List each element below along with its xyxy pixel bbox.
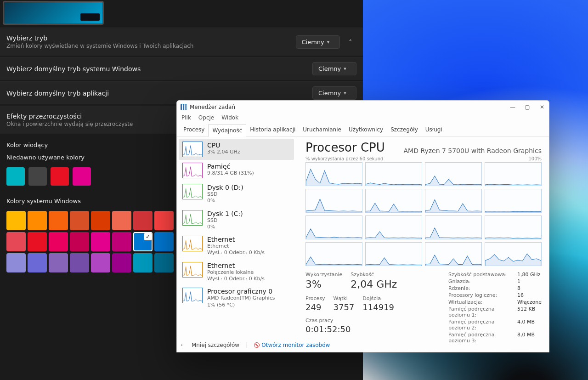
windows-mode-dropdown[interactable]: Ciemny ▾ [312, 62, 356, 75]
color-swatch[interactable] [28, 253, 47, 272]
color-swatch[interactable] [91, 232, 110, 251]
titlebar[interactable]: Menedżer zadań — ▢ ✕ [177, 101, 549, 113]
color-swatch[interactable] [49, 232, 68, 251]
axis-label-left: % wykorzystania przez 60 sekund [305, 156, 383, 161]
color-mode-dropdown[interactable]: Ciemny ▾ [296, 35, 340, 49]
sidebar-item-sub: SSD 0% [207, 191, 243, 204]
perf-sidebar-item[interactable]: EthernetPołączenie lokalne Wysł.: 0 Odeb… [179, 259, 294, 285]
color-swatch[interactable] [70, 232, 89, 251]
mini-chart [182, 163, 203, 178]
performance-sidebar: CPU3% 2,04 GHzPamięć9,8/31,4 GB (31%)Dys… [177, 137, 296, 338]
mini-chart [182, 210, 203, 226]
mini-chart [182, 184, 203, 199]
perf-sidebar-item[interactable]: CPU3% 2,04 GHz [179, 139, 294, 160]
spec-value: 1 [517, 278, 542, 284]
page-title: Procesor CPU [305, 141, 385, 154]
task-manager-footer: ˅ Mniej szczegółów | Otwórz monitor zaso… [177, 338, 549, 352]
perf-sidebar-item[interactable]: Procesor graficzny 0AMD Radeon(TM) Graph… [179, 285, 294, 311]
color-swatch[interactable] [49, 253, 68, 272]
menu-item[interactable]: Opcje [198, 114, 214, 121]
mini-chart [182, 236, 203, 251]
perf-sidebar-item[interactable]: Pamięć9,8/31,4 GB (31%) [179, 160, 294, 181]
menu-bar: PlikOpcjeWidok [177, 113, 549, 124]
cpu-core-chart [365, 216, 422, 239]
sidebar-item-sub: Połączenie lokalne Wysł.: 0 Odebr.: 0 Kb… [207, 269, 265, 283]
cpu-model: AMD Ryzen 7 5700U with Radeon Graphics [404, 147, 542, 154]
color-swatch[interactable] [154, 211, 174, 230]
tab[interactable]: Procesy [180, 124, 208, 136]
cpu-core-chart [305, 216, 362, 239]
cpu-core-chart [485, 189, 542, 213]
cpu-core-chart [365, 162, 422, 186]
color-swatch[interactable] [154, 253, 174, 272]
spec-key: Wirtualizacja: [448, 299, 517, 305]
color-swatch[interactable] [6, 253, 26, 272]
tab[interactable]: Uruchamianie [299, 124, 345, 136]
spec-key: Pamięć podręczna poziomu 1: [448, 306, 517, 318]
color-swatch[interactable] [112, 232, 131, 251]
cpu-core-chart [305, 162, 362, 186]
color-swatch[interactable] [70, 211, 89, 230]
color-swatch[interactable] [133, 232, 153, 251]
windows-mode-value: Ciemny [318, 65, 341, 72]
color-swatch[interactable] [154, 232, 174, 251]
recent-color-swatch[interactable] [51, 167, 69, 186]
color-swatch[interactable] [91, 211, 110, 230]
window-title: Menedżer zadań [190, 104, 235, 110]
color-swatch[interactable] [49, 211, 68, 230]
perf-sidebar-item[interactable]: Dysk 0 (D:)SSD 0% [179, 181, 294, 207]
color-swatch[interactable] [133, 211, 153, 230]
stat-processes-value: 249 [305, 302, 325, 312]
axis-label-right: 100% [528, 156, 542, 161]
task-manager-window: Menedżer zadań — ▢ ✕ PlikOpcjeWidok Proc… [176, 100, 549, 352]
recent-color-swatch[interactable] [73, 167, 91, 186]
color-swatch[interactable] [112, 211, 131, 230]
fewer-details-button[interactable]: Mniej szczegółów [192, 342, 239, 348]
stat-processes-label: Procesy [305, 295, 325, 301]
stat-util-label: Wykorzystanie [305, 272, 342, 278]
expand-row-button[interactable]: ˄ [345, 36, 357, 48]
tab[interactable]: Szczegóły [387, 124, 422, 136]
stat-handles-label: Dojścia [362, 295, 394, 301]
sidebar-item-title: Ethernet [207, 262, 265, 269]
tab[interactable]: Historia aplikacji [246, 124, 299, 136]
stat-threads-value: 3757 [334, 302, 355, 312]
theme-preview-thumb[interactable] [3, 1, 104, 25]
menu-item[interactable]: Plik [181, 114, 191, 121]
perf-sidebar-item[interactable]: EthernetEthernet Wysł.: 0 Odebr.: 0 Kb/s [179, 233, 294, 259]
prohibit-icon [254, 342, 260, 348]
stat-speed-label: Szybkość [351, 272, 397, 278]
open-resource-monitor-link[interactable]: Otwórz monitor zasobów [254, 342, 330, 348]
minimize-button[interactable]: — [509, 104, 516, 110]
maximize-button[interactable]: ▢ [524, 104, 531, 110]
performance-main: Procesor CPU AMD Ryzen 7 5700U with Rade… [296, 137, 549, 338]
chevron-up-icon: ˅ [181, 344, 187, 346]
color-mode-sub: Zmień kolory wyświetlane w systemie Wind… [6, 43, 193, 49]
app-mode-dropdown[interactable]: Ciemny ▾ [312, 86, 356, 100]
app-mode-label: Wybierz domyślny tryb aplikacji [6, 90, 109, 97]
tab[interactable]: Usługi [422, 124, 446, 136]
color-swatch[interactable] [70, 253, 89, 272]
color-swatch[interactable] [112, 253, 131, 272]
color-swatch[interactable] [28, 211, 47, 230]
color-mode-value: Ciemny [302, 39, 324, 45]
color-swatch[interactable] [133, 253, 153, 272]
app-mode-value: Ciemny [318, 90, 341, 96]
perf-sidebar-item[interactable]: Dysk 1 (C:)SSD 0% [179, 207, 294, 233]
recent-color-swatch[interactable] [6, 167, 25, 186]
spec-value: 512 KB [517, 306, 542, 318]
spec-value: 1,80 GHz [517, 272, 542, 278]
color-swatch[interactable] [6, 232, 26, 251]
menu-item[interactable]: Widok [221, 114, 238, 121]
color-swatch[interactable] [28, 232, 47, 251]
tab[interactable]: Użytkownicy [345, 124, 387, 136]
color-swatch[interactable] [91, 253, 110, 272]
cpu-core-grid [305, 162, 542, 266]
tab[interactable]: Wydajność [208, 124, 246, 137]
color-swatch[interactable] [6, 211, 26, 230]
stat-handles-value: 114919 [362, 302, 394, 312]
recent-color-swatch[interactable] [28, 167, 47, 186]
sidebar-item-sub: AMD Radeon(TM) Graphics 1% (56 °C) [207, 295, 275, 308]
transparency-sub: Okna i powierzchnie wydają się przezrocz… [6, 121, 133, 127]
close-button[interactable]: ✕ [539, 104, 545, 110]
